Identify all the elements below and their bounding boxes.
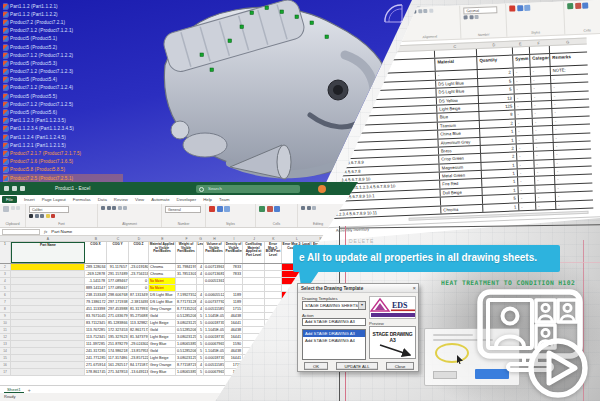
conditional-formatting-icon[interactable]: [509, 5, 515, 11]
number-format-dropdown[interactable]: General: [165, 206, 201, 213]
tree-item[interactable]: Part1.1.2.1 (Part1.1.2.1.5): [3, 141, 123, 149]
tree-item[interactable]: Product7.1.2 (Product7.1.2.2): [3, 51, 123, 59]
column-letter[interactable]: J: [243, 236, 265, 241]
tree-item[interactable]: Product5 (Product5.2): [3, 43, 123, 51]
tree-item-label: Part1.1.2 (Part1.1.2.1): [10, 4, 58, 9]
redo-icon[interactable]: [20, 186, 25, 191]
corner-cell[interactable]: [0, 236, 11, 241]
user-avatar[interactable]: [318, 185, 326, 193]
cog-z-cell: 95.2756887: [129, 313, 149, 319]
column-letter[interactable]: F: [529, 40, 549, 46]
tree-item[interactable]: Product5 (Product5.4): [3, 76, 123, 84]
column-letter[interactable]: E: [149, 236, 176, 241]
tree-item[interactable]: Part1.1.2.4 (Part1.1.2.4.5): [3, 133, 123, 141]
column-letter[interactable]: F: [176, 236, 197, 241]
ribbon-tab-view[interactable]: View: [135, 197, 144, 202]
insert-cells-icon[interactable]: [259, 206, 265, 212]
comma-icon[interactable]: [469, 15, 473, 19]
save-icon[interactable]: [4, 186, 9, 191]
align-bottom-icon[interactable]: [112, 206, 116, 210]
column-letter[interactable]: K: [265, 236, 282, 241]
ribbon-tab-data[interactable]: Data: [98, 197, 107, 202]
tree-item[interactable]: Part1.1.2.3.4 (Part1.1.2.3.4.5): [3, 125, 123, 133]
column-letter[interactable]: G: [197, 236, 204, 241]
format-cells-icon[interactable]: [582, 2, 588, 8]
tree-item[interactable]: Product5 (Product5.3): [3, 59, 123, 67]
tree-item[interactable]: Product7.1.2 (Product7.1.2.1): [3, 27, 123, 35]
ribbon-tab-insert[interactable]: Insert: [24, 197, 35, 202]
autosum-icon[interactable]: [301, 206, 305, 210]
font-color-icon[interactable]: [51, 214, 55, 218]
ribbon-tab-team[interactable]: Team: [219, 197, 230, 202]
sheet-tab[interactable]: Sheet1: [4, 387, 24, 393]
wrap-text-icon[interactable]: [118, 206, 122, 210]
ribbon-tab-file[interactable]: File: [2, 196, 17, 203]
paste-icon[interactable]: [3, 206, 9, 212]
tree-item[interactable]: Product5.8 (Product5.8.5): [3, 166, 123, 174]
tree-item[interactable]: Part1.1.2 (Part1.1.2.1): [3, 2, 123, 10]
merge-center-icon[interactable]: [423, 9, 427, 13]
column-letter[interactable]: H: [204, 236, 225, 241]
ribbon-tab-automate[interactable]: Automate: [151, 197, 169, 202]
undo-icon[interactable]: [12, 186, 17, 191]
fill-color-icon[interactable]: [46, 214, 50, 218]
tree-item[interactable]: Product7.1.2 (Product7.1.2.4): [3, 84, 123, 92]
align-middle-icon[interactable]: [107, 206, 111, 210]
level-cell: 5: [197, 334, 204, 340]
tree-item[interactable]: Product7.2 (Product7.2.1): [3, 18, 123, 26]
column-letter[interactable]: C: [107, 236, 129, 241]
find-select-icon[interactable]: [312, 206, 316, 210]
copy-icon[interactable]: [16, 206, 20, 210]
column-letter[interactable]: D: [129, 236, 149, 241]
add-sheet-icon[interactable]: +: [28, 387, 31, 393]
tree-item[interactable]: Part1.1.2 (Part1.1.2.2): [3, 10, 123, 18]
name-box[interactable]: [2, 229, 40, 235]
column-letter[interactable]: A: [11, 236, 85, 241]
category-cell: -: [534, 185, 554, 193]
search-input[interactable]: Search: [196, 185, 300, 193]
cut-icon[interactable]: [11, 206, 15, 210]
cell-styles-icon[interactable]: [224, 206, 230, 212]
column-letter[interactable]: I: [225, 236, 243, 241]
number-format-dropdown[interactable]: General: [463, 6, 497, 14]
formula-value[interactable]: Part Name: [51, 229, 72, 234]
decimal-icon[interactable]: [475, 15, 479, 19]
tree-item[interactable]: Product7.2.1.7 (Product7.2.1.7.5): [3, 149, 123, 157]
align-top-icon[interactable]: [101, 206, 105, 210]
tree-item[interactable]: Product5 (Product5.6): [3, 108, 123, 116]
tree-item[interactable]: Product5 (Product5.1): [3, 35, 123, 43]
tree-item[interactable]: Product5 (Product5.5): [3, 92, 123, 100]
wrap-text-icon[interactable]: [418, 9, 422, 13]
font-name-dropdown[interactable]: Calibri: [29, 206, 69, 213]
underline-icon[interactable]: [40, 214, 44, 218]
sort-filter-icon[interactable]: [307, 206, 311, 210]
ribbon-tab-formulas[interactable]: Formulas: [73, 197, 91, 202]
conditional-formatting-icon[interactable]: [209, 206, 215, 212]
tree-item[interactable]: Product7.1.2 (Product7.1.2.5): [3, 100, 123, 108]
column-letter[interactable]: E: [512, 41, 529, 47]
delete-cells-icon[interactable]: [267, 206, 273, 212]
tree-item[interactable]: Product7.2.5 (Product7.2.5.1): [3, 174, 123, 182]
sheet-tab[interactable]: Assembly Inventory: [336, 227, 369, 232]
italic-icon[interactable]: [35, 214, 39, 218]
bold-icon[interactable]: [29, 214, 33, 218]
tree-item[interactable]: Product7.1.2 (Product7.1.2.3): [3, 68, 123, 76]
format-cells-icon[interactable]: [274, 206, 280, 212]
column-letter[interactable]: B: [85, 236, 107, 241]
ribbon-tab-page-layout[interactable]: Page Layout: [42, 197, 66, 202]
delete-cells-icon[interactable]: [575, 3, 581, 9]
indent-icon[interactable]: [429, 9, 433, 13]
cell-styles-icon[interactable]: [524, 5, 530, 11]
column-letter[interactable]: L: [282, 236, 312, 241]
ribbon-tab-developer[interactable]: Developer: [177, 197, 197, 202]
format-as-table-icon[interactable]: [217, 206, 223, 212]
ribbon-tab-help[interactable]: Help: [203, 197, 212, 202]
merge-center-icon[interactable]: [123, 206, 127, 210]
part-node-icon: [3, 94, 8, 99]
percent-icon[interactable]: [464, 15, 468, 19]
tree-item[interactable]: Product7.1.6 (Product7.1.6.5): [3, 158, 123, 166]
format-as-table-icon[interactable]: [517, 5, 523, 11]
tree-item[interactable]: Part1.1.2.3 (Part1.1.2.3.5): [3, 117, 123, 125]
ribbon-tab-review[interactable]: Review: [114, 197, 128, 202]
insert-cells-icon[interactable]: [567, 3, 573, 9]
